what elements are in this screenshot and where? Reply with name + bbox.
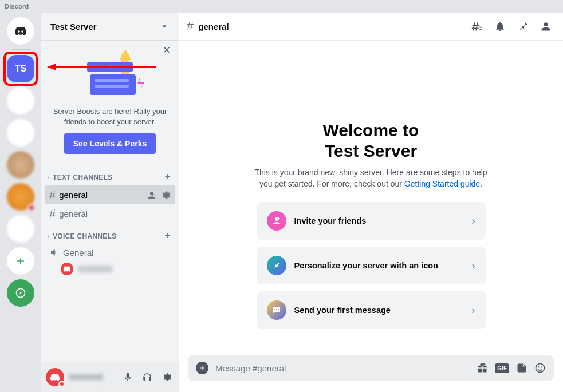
card-label: Personalize your server with an icon: [294, 261, 464, 270]
status-dnd-icon: [58, 381, 65, 387]
svg-point-11: [541, 366, 542, 367]
user-avatar-icon: [61, 263, 73, 275]
channel-name: general: [59, 209, 88, 219]
voice-user[interactable]: [45, 260, 175, 278]
server-abbrev: TS: [15, 64, 26, 74]
server-item[interactable]: [7, 215, 34, 243]
threads-icon: [471, 21, 483, 32]
rail-separator: [11, 49, 30, 50]
channel-general[interactable]: # general: [45, 185, 175, 204]
close-icon: [162, 45, 172, 55]
headphones-icon: [142, 372, 152, 382]
card-label: Send your first message: [294, 306, 464, 315]
add-voice-channel-button[interactable]: +: [162, 230, 173, 242]
svg-point-10: [538, 366, 539, 367]
members-button[interactable]: [537, 21, 555, 32]
chevron-right-icon: ›: [472, 215, 475, 227]
server-name: Test Server: [50, 22, 97, 31]
channel-general-2[interactable]: # general: [45, 204, 175, 223]
discord-logo-icon: [14, 25, 27, 37]
chevron-down-icon: [46, 175, 52, 180]
explore-button[interactable]: [7, 279, 34, 307]
notifications-button[interactable]: [491, 21, 509, 32]
first-message-icon: [267, 300, 286, 320]
server-item[interactable]: [7, 151, 34, 179]
svg-point-9: [536, 364, 545, 373]
emoji-icon: [534, 362, 546, 374]
title-bar: Discord: [0, 0, 563, 13]
boost-card: Server Boosts are here! Rally your frien…: [41, 40, 179, 164]
add-text-channel-button[interactable]: +: [162, 171, 173, 183]
card-personalize-icon[interactable]: Personalize your server with an icon ›: [257, 247, 486, 284]
home-button[interactable]: [7, 17, 34, 45]
message-input[interactable]: [215, 363, 470, 373]
gif-button[interactable]: GIF: [495, 363, 509, 373]
emoji-button[interactable]: [534, 362, 546, 374]
category-voice-channels: VOICE CHANNELS +: [45, 223, 175, 244]
close-boost-button[interactable]: [162, 45, 172, 55]
user-settings-button[interactable]: [159, 370, 174, 385]
channel-header: # general: [179, 13, 563, 40]
card-label: Invite your friends: [294, 216, 464, 225]
members-icon: [540, 21, 552, 32]
chevron-down-icon: [46, 233, 52, 239]
channel-sidebar: Test Server Server Boosts are her: [41, 13, 179, 392]
microphone-icon: [123, 372, 133, 382]
server-item[interactable]: [7, 87, 34, 114]
svg-rect-5: [95, 79, 129, 82]
mute-button[interactable]: [120, 370, 135, 385]
self-username-redacted: [69, 374, 116, 380]
hash-icon: #: [187, 19, 194, 34]
welcome-subtitle: This is your brand new, shiny server. He…: [251, 167, 491, 189]
notification-badge: [27, 204, 36, 212]
pin-icon: [517, 21, 529, 32]
gear-icon[interactable]: [160, 190, 171, 200]
pinned-button[interactable]: [514, 21, 532, 32]
sticker-button[interactable]: [516, 362, 527, 374]
gift-button[interactable]: [477, 362, 488, 374]
channel-name: General: [63, 248, 93, 258]
server-header[interactable]: Test Server: [41, 13, 179, 40]
plus-icon: [198, 364, 206, 372]
server-item[interactable]: [7, 183, 34, 211]
main-content: # general Welcome to Test Server This is…: [179, 13, 563, 392]
gear-icon: [162, 372, 172, 382]
hash-icon: #: [49, 188, 56, 201]
bell-icon: [494, 21, 506, 32]
svg-marker-2: [120, 49, 131, 60]
channel-name: general: [59, 190, 88, 200]
chevron-right-icon: ›: [472, 304, 475, 316]
card-invite-friends[interactable]: Invite your friends ›: [257, 202, 486, 240]
invite-icon[interactable]: [147, 190, 157, 200]
channel-title: general: [198, 22, 229, 31]
voice-user-name-redacted: [78, 266, 112, 272]
server-item[interactable]: [7, 119, 34, 146]
chevron-right-icon: ›: [472, 260, 475, 272]
compass-icon: [15, 287, 26, 299]
getting-started-link[interactable]: Getting Started guide: [404, 179, 480, 188]
user-panel: [41, 362, 179, 392]
self-avatar[interactable]: [46, 368, 64, 386]
welcome-title: Welcome to Test Server: [323, 120, 419, 161]
card-first-message[interactable]: Send your first message ›: [257, 291, 486, 329]
speaker-icon: [49, 247, 60, 258]
boost-text: Server Boosts are here! Rally your frien…: [47, 106, 173, 126]
boost-illustration: [47, 49, 173, 101]
server-test-server[interactable]: TS: [7, 55, 34, 82]
chevron-down-icon: [159, 21, 170, 31]
invite-friends-icon: [267, 211, 286, 231]
threads-button[interactable]: [468, 21, 486, 32]
add-server-button[interactable]: [7, 247, 34, 275]
category-toggle[interactable]: TEXT CHANNELS: [46, 173, 113, 181]
boost-levels-button[interactable]: See Levels & Perks: [64, 133, 156, 154]
category-toggle[interactable]: VOICE CHANNELS: [46, 232, 117, 240]
svg-rect-6: [95, 85, 129, 88]
channels-list: TEXT CHANNELS + # general # general: [41, 164, 179, 362]
voice-channel-general[interactable]: General: [45, 244, 175, 260]
deafen-button[interactable]: [140, 370, 155, 385]
svg-marker-8: [137, 77, 144, 90]
personalize-icon: [267, 256, 286, 275]
hash-icon: #: [49, 207, 56, 220]
plus-icon: [15, 255, 26, 267]
attach-button[interactable]: [196, 362, 208, 374]
